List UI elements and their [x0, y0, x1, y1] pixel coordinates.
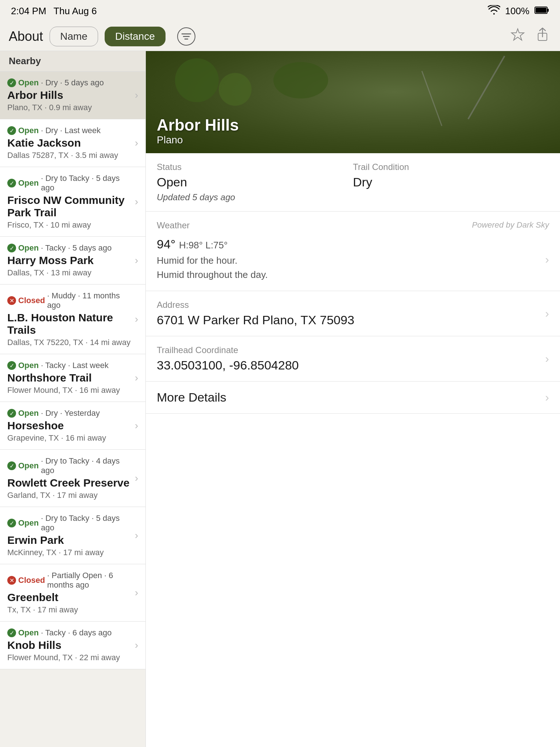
trail-status: Open [18, 126, 39, 135]
condition-label: Trail Condition [353, 162, 549, 172]
status-icon: ✓ [7, 519, 16, 527]
status-section: Status Open Updated 5 days ago Trail Con… [146, 153, 560, 212]
trail-location: Garland, TX · 17 mi away [7, 491, 131, 500]
trail-item-content: ✓ Open · Dry to Tacky · 4 days ago Rowle… [7, 456, 131, 500]
trail-item[interactable]: ✓ Open · Tacky · 6 days ago Knob Hills F… [0, 622, 145, 669]
status-icon: ✓ [7, 179, 16, 187]
trail-name: Northshore Trail [7, 372, 131, 384]
left-panel: Nearby ✓ Open · Dry · 5 days ago Arbor H… [0, 51, 146, 747]
trail-name: Rowlett Creek Preserve [7, 477, 131, 489]
status-label: Status [157, 162, 353, 172]
status-bar: 2:04 PM Thu Aug 6 100% [0, 0, 560, 22]
coord-content: Trailhead Coordinate 33.0503100, -96.850… [157, 345, 299, 372]
trail-chevron: › [135, 530, 138, 541]
trail-meta: ✓ Open · Dry · Yesterday [7, 409, 131, 418]
trail-name: Horseshoe [7, 419, 131, 432]
trail-meta: ✓ Open · Dry to Tacky · 4 days ago [7, 456, 131, 475]
trail-chevron: › [135, 313, 138, 325]
trail-location: Flower Mound, TX · 16 mi away [7, 386, 131, 395]
favorite-button[interactable] [510, 27, 525, 45]
hero-trail-name: Arbor Hills [157, 116, 239, 134]
trail-item[interactable]: ✓ Open · Dry · Last week Katie Jackson D… [0, 119, 145, 167]
trail-status: Open [18, 518, 39, 528]
updated-text: Updated 5 days ago [157, 192, 353, 202]
name-button[interactable]: Name [50, 27, 98, 46]
more-details-section[interactable]: More Details › [146, 382, 560, 414]
trail-condition: · Muddy · 11 months ago [47, 291, 131, 310]
trail-condition: · Dry to Tacky · 5 days ago [41, 514, 131, 533]
status-row: Status Open Updated 5 days ago Trail Con… [157, 162, 549, 202]
address-value: 6701 W Parker Rd Plano, TX 75093 [157, 313, 354, 327]
address-section[interactable]: Address 6701 W Parker Rd Plano, TX 75093… [146, 291, 560, 336]
more-details-label: More Details [157, 390, 226, 405]
weather-desc2: Humid throughout the day. [157, 268, 268, 282]
trail-meta: ✓ Open · Dry · 5 days ago [7, 78, 131, 88]
trail-name: Harry Moss Park [7, 254, 131, 267]
trail-status: Open [18, 628, 39, 638]
map-decoration [175, 58, 219, 102]
condition-value: Dry [353, 175, 549, 189]
map-decoration [421, 71, 443, 126]
trail-condition: · Dry to Tacky · 4 days ago [41, 456, 131, 475]
status-icons: 100% [488, 5, 549, 17]
trail-item[interactable]: ✓ Open · Dry · 5 days ago Arbor Hills Pl… [0, 71, 145, 119]
trail-item-content: ✓ Open · Dry to Tacky · 5 days ago Frisc… [7, 174, 131, 230]
trail-meta: ✓ Open · Tacky · 6 days ago [7, 628, 131, 638]
map-decoration [219, 73, 252, 106]
coord-label: Trailhead Coordinate [157, 345, 299, 355]
coordinate-section[interactable]: Trailhead Coordinate 33.0503100, -96.850… [146, 336, 560, 382]
trail-chevron: › [135, 587, 138, 599]
weather-desc1: Humid for the hour. [157, 253, 268, 268]
battery-percent: 100% [505, 5, 530, 17]
svg-marker-6 [512, 29, 524, 40]
trail-item[interactable]: ✕ Closed · Muddy · 11 months ago L.B. Ho… [0, 285, 145, 354]
trail-chevron: › [135, 196, 138, 208]
trail-item[interactable]: ✓ Open · Dry to Tacky · 5 days ago Erwin… [0, 507, 145, 564]
status-icon: ✓ [7, 628, 16, 637]
trail-meta: ✓ Open · Dry · Last week [7, 126, 131, 135]
trail-chevron: › [135, 89, 138, 101]
trail-item[interactable]: ✓ Open · Tacky · Last week Northshore Tr… [0, 354, 145, 402]
trail-location: Dallas, TX 75220, TX · 14 mi away [7, 338, 131, 347]
status-value: Open [157, 175, 353, 189]
trail-item[interactable]: ✓ Open · Tacky · 5 days ago Harry Moss P… [0, 237, 145, 285]
trail-meta: ✓ Open · Tacky · Last week [7, 361, 131, 370]
trail-item[interactable]: ✕ Closed · Partially Open · 6 months ago… [0, 564, 145, 622]
address-content: Address 6701 W Parker Rd Plano, TX 75093 [157, 300, 354, 327]
weather-content: 94° H:98° L:75° Humid for the hour. Humi… [157, 237, 268, 282]
trail-status: Open [18, 178, 39, 188]
trail-condition: · Dry · 5 days ago [41, 78, 104, 88]
trail-item[interactable]: ✓ Open · Dry to Tacky · 5 days ago Frisc… [0, 167, 145, 237]
weather-section[interactable]: Weather Powered by Dark Sky 94° H:98° L:… [146, 212, 560, 291]
about-label: About [9, 29, 43, 44]
status-icon: ✕ [7, 576, 16, 585]
trail-item-content: ✕ Closed · Muddy · 11 months ago L.B. Ho… [7, 291, 131, 347]
trail-status: Closed [18, 296, 45, 305]
hero-city: Plano [157, 134, 239, 146]
coord-chevron: › [545, 352, 549, 365]
filter-icon[interactable] [177, 27, 195, 46]
trail-item-content: ✓ Open · Tacky · Last week Northshore Tr… [7, 361, 131, 395]
more-details-chevron: › [545, 391, 549, 404]
trail-condition: · Dry · Yesterday [41, 409, 100, 418]
share-button[interactable] [536, 27, 549, 45]
trail-item[interactable]: ✓ Open · Dry to Tacky · 4 days ago Rowle… [0, 450, 145, 507]
powered-label: Powered by Dark Sky [472, 220, 549, 233]
weather-chevron: › [545, 253, 549, 266]
trail-condition: · Partially Open · 6 months ago [47, 571, 131, 590]
trail-item[interactable]: ✓ Open · Dry · Yesterday Horseshoe Grape… [0, 402, 145, 450]
status-icon: ✓ [7, 409, 16, 418]
trail-name: Katie Jackson [7, 137, 131, 149]
trail-location: Plano, TX · 0.9 mi away [7, 103, 131, 112]
trail-meta: ✓ Open · Tacky · 5 days ago [7, 243, 131, 253]
wifi-icon [488, 5, 500, 17]
trail-item-content: ✓ Open · Dry · 5 days ago Arbor Hills Pl… [7, 78, 131, 112]
top-nav: About Name Distance [0, 22, 560, 51]
trail-condition: · Dry to Tacky · 5 days ago [41, 174, 131, 193]
status-icon: ✓ [7, 78, 16, 87]
trail-location: Frisco, TX · 10 mi away [7, 220, 131, 230]
trail-item-content: ✓ Open · Tacky · 6 days ago Knob Hills F… [7, 628, 131, 662]
nav-left: About Name Distance [9, 27, 195, 46]
distance-button[interactable]: Distance [105, 27, 166, 46]
trail-condition: · Tacky · 5 days ago [41, 243, 112, 253]
